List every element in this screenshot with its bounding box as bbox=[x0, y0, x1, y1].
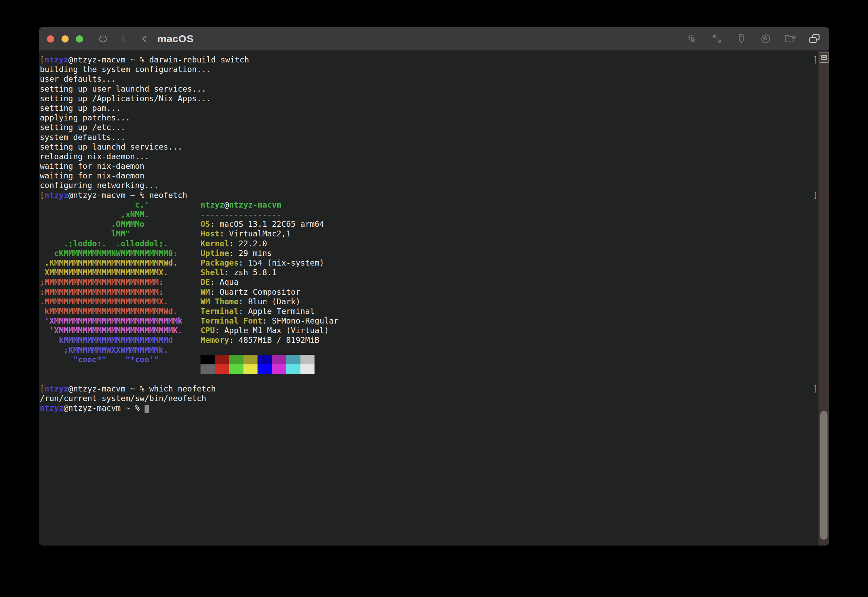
window-title: macOS bbox=[157, 27, 194, 51]
terminal-line: setting up user launchd services... bbox=[40, 84, 819, 94]
neofetch-info: ntzyz@ntzyz-macvm-----------------OS: ma… bbox=[201, 200, 338, 374]
color-swatch bbox=[301, 355, 315, 364]
terminal-line: waiting for nix-daemon bbox=[40, 161, 819, 171]
terminal-line: setting up launchd services... bbox=[40, 142, 819, 151]
color-swatch bbox=[215, 355, 229, 364]
terminal-line: Shell: zsh 5.8.1 bbox=[201, 267, 338, 277]
terminal-line: Memory: 4857MiB / 8192MiB bbox=[201, 335, 338, 345]
terminal-line: DE: Aqua bbox=[201, 277, 338, 287]
color-swatch bbox=[272, 355, 286, 364]
color-swatch bbox=[258, 355, 272, 364]
ascii-art-line: ;KMMMMMMMWXXWMMMMMMMk. bbox=[40, 345, 182, 355]
color-swatch bbox=[286, 355, 301, 364]
terminal-line: WM Theme: Blue (Dark) bbox=[201, 297, 338, 306]
terminal-line bbox=[201, 345, 338, 355]
terminal-line: ntzyz@ntzyz-macvm bbox=[201, 200, 338, 209]
scrollbar-thumb[interactable] bbox=[820, 411, 828, 540]
terminal-line: waiting for nix-daemon bbox=[40, 171, 819, 180]
terminal-line: /run/current-system/sw/bin/neofetch bbox=[40, 394, 819, 403]
disk-icon[interactable] bbox=[759, 32, 773, 46]
color-swatch bbox=[301, 364, 315, 374]
back-icon[interactable] bbox=[138, 32, 152, 46]
ansi-palette-row bbox=[201, 355, 338, 364]
ascii-art-line: .OMMMMo bbox=[40, 219, 182, 229]
color-swatch bbox=[229, 355, 243, 364]
color-swatch bbox=[243, 364, 258, 374]
color-swatch bbox=[201, 364, 215, 374]
terminal-line: [ntzyz@ntzyz-macvm ~ % which neofetch] bbox=[40, 384, 819, 394]
terminal-line: applying patches... bbox=[40, 113, 819, 122]
displays-icon[interactable] bbox=[808, 32, 821, 46]
color-swatch bbox=[286, 364, 301, 374]
zoom-button[interactable] bbox=[76, 35, 83, 43]
titlebar[interactable]: macOS bbox=[39, 27, 829, 51]
line-wrap-mark: ] bbox=[813, 55, 818, 64]
vm-window: macOS bbox=[39, 27, 829, 545]
terminal-line: [ntzyz@ntzyz-macvm ~ % neofetch] bbox=[40, 190, 819, 200]
color-swatch bbox=[201, 355, 215, 364]
resize-display-icon[interactable] bbox=[710, 32, 724, 46]
ansi-palette-row bbox=[201, 364, 338, 374]
terminal-line: WM: Quartz Compositor bbox=[201, 287, 338, 297]
ascii-art-line: kMMMMMMMMMMMMMMMMMMMMMMd bbox=[40, 335, 182, 345]
terminal-line: building the system configuration... bbox=[40, 64, 819, 74]
terminal[interactable]: [ntzyz@ntzyz-macvm ~ % darwin-rebuild sw… bbox=[39, 51, 819, 545]
terminal-line: reloading nix-daemon... bbox=[40, 151, 819, 161]
scrollbar[interactable] bbox=[819, 51, 829, 545]
terminal-line: Terminal Font: SFMono-Regular bbox=[201, 316, 338, 325]
line-wrap-mark: ] bbox=[813, 190, 818, 200]
neofetch-output: c.' ,xNMM. .OMMMMo lMM" .;loddo:. .ollod… bbox=[40, 200, 819, 374]
split-pane-button[interactable] bbox=[820, 52, 829, 63]
terminal-line: setting up pam... bbox=[40, 103, 819, 113]
color-swatch bbox=[229, 364, 243, 374]
terminal-cursor bbox=[144, 405, 149, 413]
terminal-line: CPU: Apple M1 Max (Virtual) bbox=[201, 325, 338, 335]
ascii-art-line: .;loddo:. .olloddol;. bbox=[40, 239, 182, 248]
terminal-line: user defaults... bbox=[40, 74, 819, 84]
ascii-art-line: lMM" bbox=[40, 229, 182, 238]
color-swatch bbox=[215, 364, 229, 374]
close-button[interactable] bbox=[47, 35, 54, 43]
terminal-line: Terminal: Apple_Terminal bbox=[201, 306, 338, 316]
terminal-line: Packages: 154 (nix-system) bbox=[201, 258, 338, 267]
terminal-line bbox=[40, 374, 819, 384]
capture-cursor-icon[interactable] bbox=[686, 32, 700, 46]
terminal-line: ntzyz@ntzyz-macvm ~ % bbox=[40, 403, 819, 413]
minimize-button[interactable] bbox=[61, 35, 68, 43]
terminal-line: setting up /etc... bbox=[40, 122, 819, 132]
terminal-line: system defaults... bbox=[40, 132, 819, 142]
vm-toolbar bbox=[686, 32, 821, 46]
window-controls bbox=[47, 27, 83, 51]
shared-folder-icon[interactable] bbox=[783, 32, 797, 46]
terminal-line: [ntzyz@ntzyz-macvm ~ % darwin-rebuild sw… bbox=[40, 55, 819, 64]
terminal-line: Host: VirtualMac2,1 bbox=[201, 229, 338, 238]
usb-icon[interactable] bbox=[734, 32, 748, 46]
terminal-line: ----------------- bbox=[201, 209, 338, 219]
color-swatch bbox=[272, 364, 286, 374]
terminal-content: [ntzyz@ntzyz-macvm ~ % darwin-rebuild sw… bbox=[40, 55, 819, 413]
terminal-line: Kernel: 22.2.0 bbox=[201, 239, 338, 248]
ascii-art-line: c.' bbox=[40, 200, 182, 209]
power-icon[interactable] bbox=[96, 32, 110, 46]
terminal-line: setting up /Applications/Nix Apps... bbox=[40, 94, 819, 103]
ascii-art-line: 'XMMMMMMMMMMMMMMMMMMMMMMMMMMk bbox=[40, 316, 182, 325]
pause-icon[interactable] bbox=[117, 32, 131, 46]
color-swatch bbox=[243, 355, 258, 364]
line-wrap-mark: ] bbox=[813, 384, 818, 394]
ascii-art-line: XMMMMMMMMMMMMMMMMMMMMMMMX. bbox=[40, 267, 182, 277]
ascii-art-line: "cooc*" "*coo'" bbox=[40, 355, 182, 364]
color-swatch bbox=[258, 364, 272, 374]
ascii-art-line: .MMMMMMMMMMMMMMMMMMMMMMMMX. bbox=[40, 297, 182, 306]
ascii-art-line: ,xNMM. bbox=[40, 209, 182, 219]
ascii-art-line: 'XMMMMMMMMMMMMMMMMMMMMMMMMK. bbox=[40, 325, 182, 335]
terminal-line: configuring networking... bbox=[40, 180, 819, 190]
ascii-art-line: :MMMMMMMMMMMMMMMMMMMMMMMM: bbox=[40, 287, 182, 297]
ascii-art-line: kMMMMMMMMMMMMMMMMMMMMMMMMWd. bbox=[40, 306, 182, 316]
terminal-line: OS: macOS 13.1 22C65 arm64 bbox=[201, 219, 338, 229]
ascii-art-line: ;MMMMMMMMMMMMMMMMMMMMMMMM: bbox=[40, 277, 182, 287]
terminal-line: Uptime: 29 mins bbox=[201, 248, 338, 258]
ascii-art-line: .KMMMMMMMMMMMMMMMMMMMMMMMWd. bbox=[40, 258, 182, 267]
neofetch-apple-logo-ascii: c.' ,xNMM. .OMMMMo lMM" .;loddo:. .ollod… bbox=[40, 200, 182, 364]
ascii-art-line: cKMMMMMMMMMMNWMMMMMMMMMM0: bbox=[40, 248, 182, 258]
